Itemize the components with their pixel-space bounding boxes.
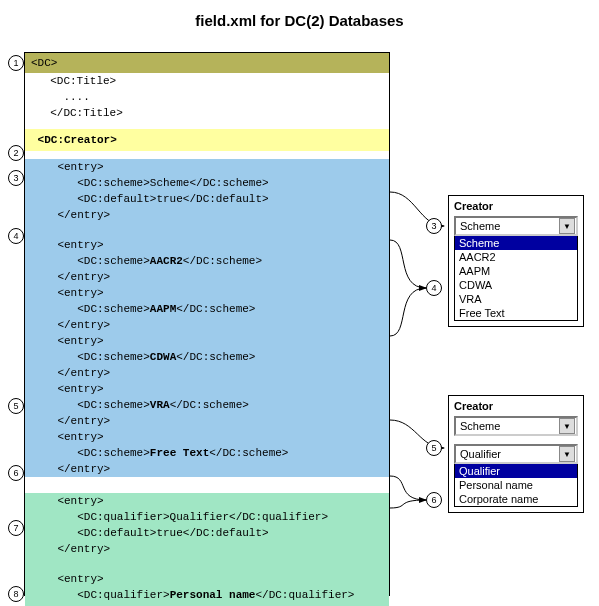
- qualifier-dropdown[interactable]: Qualifier ▼: [454, 444, 578, 464]
- xml-line: </entry>: [25, 269, 389, 285]
- xml-line: </entry>: [25, 365, 389, 381]
- xml-line: <DC:scheme>Scheme</DC:scheme>: [25, 175, 389, 191]
- xml-line: <DC:default>true</DC:default>: [25, 191, 389, 207]
- xml-line: </entry>: [25, 461, 389, 477]
- callout-marker-3r: 3: [426, 218, 442, 234]
- xml-creator-open: <DC:Creator>: [25, 129, 389, 151]
- dropdown-value: Scheme: [460, 220, 500, 232]
- xml-line: <entry>: [25, 571, 389, 587]
- callout-marker-4r: 4: [426, 280, 442, 296]
- xml-line: <DC:default>true</DC:default>: [25, 525, 389, 541]
- panel-title: Creator: [454, 400, 578, 412]
- callout-marker-3: 3: [8, 170, 24, 186]
- chevron-down-icon[interactable]: ▼: [559, 418, 575, 434]
- dropdown-option[interactable]: CDWA: [455, 278, 577, 292]
- creator-qualifier-panel: Creator Scheme ▼ Qualifier ▼ Qualifier P…: [448, 395, 584, 513]
- xml-line: <entry>: [25, 237, 389, 253]
- scheme-dropdown[interactable]: Scheme ▼: [454, 416, 578, 436]
- callout-marker-5: 5: [8, 398, 24, 414]
- xml-line: <entry>: [25, 159, 389, 175]
- chevron-down-icon[interactable]: ▼: [559, 218, 575, 234]
- callout-marker-1: 1: [8, 55, 24, 71]
- dropdown-option[interactable]: Free Text: [455, 306, 577, 320]
- xml-line: </entry>: [25, 413, 389, 429]
- xml-line: <DC:scheme>AAPM</DC:scheme>: [25, 301, 389, 317]
- dropdown-value: Scheme: [460, 420, 500, 432]
- callout-marker-7: 7: [8, 520, 24, 536]
- chevron-down-icon[interactable]: ▼: [559, 446, 575, 462]
- callout-marker-5r: 5: [426, 440, 442, 456]
- xml-line: <DC:qualifier>Personal name</DC:qualifie…: [25, 587, 389, 603]
- xml-line: </entry>: [25, 541, 389, 557]
- callout-marker-6: 6: [8, 465, 24, 481]
- dropdown-option[interactable]: Corporate name: [455, 492, 577, 506]
- xml-root-open: <DC>: [25, 53, 389, 73]
- dropdown-option[interactable]: Personal name: [455, 478, 577, 492]
- dropdown-option[interactable]: AAPM: [455, 264, 577, 278]
- dropdown-value: Qualifier: [460, 448, 501, 460]
- dropdown-option[interactable]: Scheme: [455, 236, 577, 250]
- dropdown-option[interactable]: Qualifier: [455, 464, 577, 478]
- callout-marker-6r: 6: [426, 492, 442, 508]
- xml-line: <DC:scheme>CDWA</DC:scheme>: [25, 349, 389, 365]
- xml-line: <DC:scheme>AACR2</DC:scheme>: [25, 253, 389, 269]
- xml-blank: [25, 477, 389, 493]
- callout-marker-2: 2: [8, 145, 24, 161]
- dropdown-option[interactable]: AACR2: [455, 250, 577, 264]
- xml-line: <DC:scheme>VRA</DC:scheme>: [25, 397, 389, 413]
- xml-line: <entry>: [25, 381, 389, 397]
- xml-line: </DC:Title>: [25, 105, 389, 121]
- xml-line: </entry>: [25, 207, 389, 223]
- xml-line: </entry>: [25, 317, 389, 333]
- qualifier-option-list: Qualifier Personal name Corporate name: [454, 464, 578, 507]
- panel-title: Creator: [454, 200, 578, 212]
- xml-line: <DC:scheme>Free Text</DC:scheme>: [25, 445, 389, 461]
- xml-line: <entry>: [25, 493, 389, 509]
- xml-line: <DC:qualifier>Qualifier</DC:qualifier>: [25, 509, 389, 525]
- xml-blank: [25, 223, 389, 237]
- dropdown-option[interactable]: VRA: [455, 292, 577, 306]
- xml-line: <entry>: [25, 333, 389, 349]
- callout-marker-4: 4: [8, 228, 24, 244]
- creator-scheme-panel: Creator Scheme ▼ Scheme AACR2 AAPM CDWA …: [448, 195, 584, 327]
- xml-listing-box: <DC> <DC:Title> .... </DC:Title> <DC:Cre…: [24, 52, 390, 596]
- xml-line: ....: [25, 89, 389, 105]
- callout-marker-8: 8: [8, 586, 24, 602]
- xml-line: <entry>: [25, 429, 389, 445]
- page-title: field.xml for DC(2) Databases: [0, 0, 599, 37]
- xml-line: <DC:Title>: [25, 73, 389, 89]
- scheme-dropdown[interactable]: Scheme ▼: [454, 216, 578, 236]
- xml-blank: [25, 557, 389, 571]
- xml-line: <entry>: [25, 285, 389, 301]
- scheme-option-list: Scheme AACR2 AAPM CDWA VRA Free Text: [454, 236, 578, 321]
